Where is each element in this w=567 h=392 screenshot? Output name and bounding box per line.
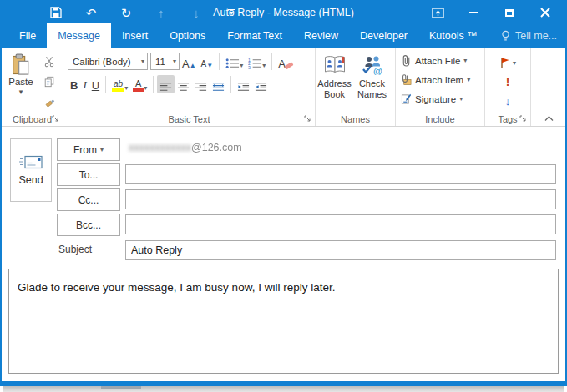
font-size-combo[interactable]: 11 ▾: [150, 53, 180, 70]
basic-text-group: Calibri (Body) ▾ 11 ▾ A▲ A▼: [63, 48, 316, 126]
numbering-button[interactable]: 123 ▾: [246, 53, 268, 71]
separator: [230, 76, 231, 93]
grow-font-button[interactable]: A▲: [180, 53, 199, 71]
check-names-icon: @: [360, 55, 385, 75]
from-address: xxxxxxxxxxxx@126.com: [129, 142, 242, 153]
separator: [105, 76, 106, 93]
format-painter-icon[interactable]: [40, 93, 58, 109]
ribbon-filler: [531, 48, 565, 126]
align-right-button[interactable]: [192, 75, 210, 93]
subject-label: Subject: [58, 244, 92, 255]
undo-icon[interactable]: ↶: [84, 5, 99, 20]
to-button[interactable]: To...: [57, 163, 120, 186]
cc-button[interactable]: Cc...: [57, 188, 120, 211]
message-compose-area: Send From ▾ xxxxxxxxxxxx@126.com To... C…: [2, 127, 565, 381]
from-dropdown-icon: ▾: [100, 146, 104, 153]
close-icon[interactable]: [539, 6, 552, 19]
tab-kutools[interactable]: Kutools ™: [418, 23, 489, 48]
tab-message[interactable]: Message: [47, 23, 111, 48]
basic-text-dialog-launcher-icon[interactable]: [304, 115, 312, 123]
numbering-icon: 123: [248, 58, 262, 69]
tab-file[interactable]: File: [8, 23, 47, 48]
tags-group: ▾ ! ↓ Tags: [485, 48, 531, 126]
highlight-dropdown-icon: ▾: [124, 84, 128, 92]
low-importance-button[interactable]: ↓: [505, 93, 511, 109]
font-color-icon: A: [133, 79, 144, 92]
italic-button[interactable]: I: [80, 75, 89, 93]
tab-options[interactable]: Options: [159, 23, 216, 48]
tab-insert[interactable]: Insert: [111, 23, 159, 48]
justify-button[interactable]: [210, 75, 227, 93]
numbering-dropdown-icon: ▾: [262, 62, 266, 69]
send-button[interactable]: Send: [10, 138, 52, 202]
tell-me-box[interactable]: Tell me...: [500, 23, 557, 48]
text-highlight-button[interactable]: ab ▾: [109, 75, 130, 93]
previous-item-icon[interactable]: ↑: [154, 5, 169, 20]
next-item-icon[interactable]: ↓: [189, 5, 204, 20]
to-input[interactable]: [125, 164, 556, 184]
separator: [153, 76, 154, 93]
tab-developer[interactable]: Developer: [349, 23, 418, 48]
copy-icon[interactable]: [40, 73, 58, 89]
message-body[interactable]: Glade to receive your message, I am busy…: [8, 269, 559, 374]
bold-icon: B: [70, 79, 78, 92]
from-label: From: [73, 144, 97, 156]
attach-file-dropdown-icon: ▾: [463, 57, 467, 64]
separator: [219, 53, 220, 70]
shrink-font-button[interactable]: A▼: [199, 53, 216, 71]
paperclip-icon: [401, 54, 412, 67]
tell-me-label: Tell me...: [515, 30, 557, 42]
check-names-label: Check Names: [357, 78, 387, 100]
tab-review[interactable]: Review: [293, 23, 349, 48]
bcc-input[interactable]: [125, 214, 556, 234]
attach-item-dropdown-icon: ▾: [467, 76, 470, 83]
include-group-label: Include: [396, 114, 484, 124]
bullets-button[interactable]: ▾: [223, 53, 246, 71]
align-left-button[interactable]: [157, 75, 175, 93]
attach-file-button[interactable]: Attach File ▾: [401, 51, 484, 70]
cc-input[interactable]: [125, 189, 556, 209]
cut-icon[interactable]: [40, 53, 58, 69]
bullets-dropdown-icon: ▾: [240, 62, 243, 69]
attach-item-button[interactable]: Attach Item ▾: [401, 70, 484, 89]
align-center-button[interactable]: [175, 75, 192, 93]
signature-button[interactable]: Signature ▾: [401, 89, 484, 108]
font-name-dropdown-icon: ▾: [138, 58, 144, 65]
check-names-button[interactable]: @ Check Names: [353, 51, 391, 111]
follow-up-button[interactable]: ▾: [499, 54, 516, 71]
decrease-indent-icon: [237, 82, 250, 92]
customize-quick-access-icon[interactable]: ▾: [224, 5, 239, 20]
address-book-label: Address Book: [317, 78, 351, 100]
increase-indent-button[interactable]: [252, 75, 270, 93]
redo-icon[interactable]: ↻: [119, 5, 134, 20]
font-color-button[interactable]: A ▾: [130, 75, 149, 93]
high-importance-button[interactable]: !: [506, 73, 510, 90]
from-address-user: xxxxxxxxxxxx: [129, 142, 191, 153]
attach-item-icon: [401, 73, 412, 86]
address-book-button[interactable]: Address Book: [316, 51, 353, 111]
from-button[interactable]: From ▾: [57, 138, 120, 161]
subject-input[interactable]: [125, 240, 556, 260]
decrease-indent-button[interactable]: [235, 75, 252, 93]
paste-button[interactable]: Paste ▾: [5, 53, 37, 110]
pin-ribbon-icon[interactable]: [431, 6, 444, 19]
collapse-ribbon-icon[interactable]: [544, 116, 554, 122]
tags-dialog-launcher-icon[interactable]: [519, 115, 528, 123]
font-name-combo[interactable]: Calibri (Body) ▾: [68, 53, 148, 70]
grow-font-icon: A: [182, 58, 190, 69]
clipboard-group: Paste ▾ Clipboard: [2, 48, 63, 126]
tab-format-text[interactable]: Format Text: [216, 23, 293, 48]
signature-icon: [401, 93, 412, 105]
clipboard-dialog-launcher-icon[interactable]: [52, 115, 60, 123]
bullets-icon: [225, 58, 240, 69]
bold-button[interactable]: B: [68, 75, 80, 93]
ribbon-tab-bar: File Message Insert Options Format Text …: [2, 23, 565, 48]
clear-formatting-button[interactable]: A: [276, 53, 296, 71]
underline-button[interactable]: U: [89, 75, 102, 93]
send-label: Send: [18, 174, 43, 186]
minimize-icon[interactable]: [467, 6, 480, 19]
save-icon[interactable]: [48, 5, 63, 20]
bcc-button[interactable]: Bcc...: [57, 214, 120, 236]
to-label: To...: [79, 169, 99, 181]
maximize-icon[interactable]: [503, 6, 516, 19]
